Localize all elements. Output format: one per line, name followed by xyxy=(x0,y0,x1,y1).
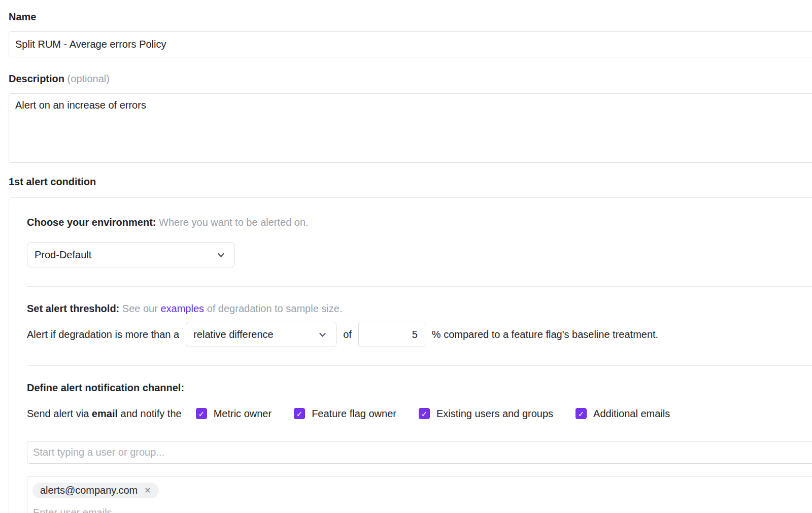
name-label: Name xyxy=(9,11,812,23)
threshold-label: Set alert threshold: xyxy=(27,303,119,314)
threshold-value-input[interactable] xyxy=(358,322,425,347)
of-label: of xyxy=(343,329,352,340)
checkbox-checked-icon[interactable] xyxy=(196,408,207,419)
comparison-type-value: relative difference xyxy=(193,329,274,340)
threshold-row: Alert if degradation is more than a rela… xyxy=(27,322,812,347)
email-chip-label: alerts@company.com xyxy=(40,485,138,496)
threshold-hint-prefix: See our xyxy=(122,303,158,314)
checkbox-label: Metric owner xyxy=(214,407,272,420)
email-input-placeholder: Enter user emails xyxy=(33,506,812,513)
threshold-heading: Set alert threshold: See our examples of… xyxy=(27,302,812,315)
chevron-down-icon xyxy=(317,329,328,340)
checkbox-existing-users-groups[interactable]: Existing users and groups xyxy=(419,407,553,420)
checkbox-checked-icon[interactable] xyxy=(419,408,430,419)
threshold-sentence-prefix: Alert if degradation is more than a xyxy=(27,329,179,340)
alert-condition-panel: Choose your environment: Where you want … xyxy=(9,197,812,513)
checkbox-additional-emails[interactable]: Additional emails xyxy=(576,407,670,420)
email-bold: email xyxy=(92,408,118,419)
checkbox-label: Existing users and groups xyxy=(436,407,553,420)
section-divider xyxy=(27,365,812,366)
description-label: Description (optional) xyxy=(9,73,812,85)
checkbox-label: Additional emails xyxy=(593,407,670,420)
environment-heading: Choose your environment: Where you want … xyxy=(27,216,812,228)
checkbox-checked-icon[interactable] xyxy=(576,408,587,419)
section-divider xyxy=(27,286,812,287)
checkbox-label: Feature flag owner xyxy=(312,407,396,420)
send-sentence: Send alert via email and notify the xyxy=(27,407,182,420)
checkbox-metric-owner[interactable]: Metric owner xyxy=(196,407,272,420)
comparison-type-select[interactable]: relative difference xyxy=(186,322,336,347)
alert-condition-heading: 1st alert condition xyxy=(9,176,812,188)
notify-checkbox-group: Metric owner Feature flag owner Existing… xyxy=(196,407,670,420)
threshold-sentence-suffix: % compared to a feature flag's baseline … xyxy=(432,329,658,340)
environment-hint: Where you want to be alerted on. xyxy=(159,217,309,228)
name-input[interactable] xyxy=(9,31,812,57)
send-alert-row: Send alert via email and notify the Metr… xyxy=(27,407,812,420)
alert-policy-form: Name Description (optional) Alert on an … xyxy=(0,0,812,513)
checkbox-checked-icon[interactable] xyxy=(294,408,305,419)
description-textarea[interactable]: Alert on an increase of errors xyxy=(9,93,812,163)
checkbox-feature-flag-owner[interactable]: Feature flag owner xyxy=(294,407,396,420)
additional-emails-input[interactable]: alerts@company.com ✕ Enter user emails xyxy=(27,476,812,513)
threshold-hint-suffix: of degradation to sample size. xyxy=(207,303,343,314)
description-optional-hint: (optional) xyxy=(67,73,110,84)
chip-remove-icon[interactable]: ✕ xyxy=(144,487,151,495)
environment-select[interactable]: Prod-Default xyxy=(27,242,235,267)
chevron-down-icon xyxy=(216,250,226,260)
notification-heading: Define alert notification channel: xyxy=(27,382,812,394)
email-chip: alerts@company.com ✕ xyxy=(32,483,159,498)
environment-select-value: Prod-Default xyxy=(35,249,91,261)
user-group-search-input[interactable] xyxy=(27,441,812,464)
environment-label: Choose your environment: xyxy=(27,217,156,228)
examples-link[interactable]: examples xyxy=(160,303,204,314)
